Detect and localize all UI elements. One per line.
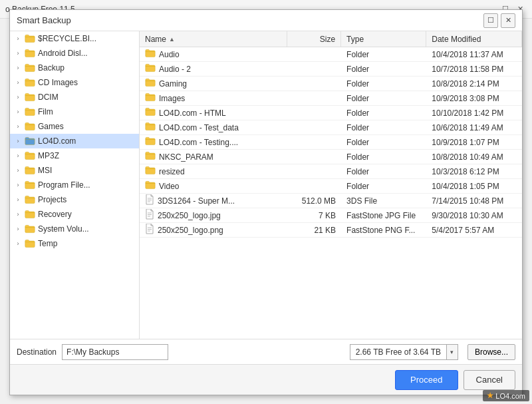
sidebar-chevron-13: › <box>14 225 22 233</box>
table-row[interactable]: GamingFolder10/8/2018 2:14 PM <box>140 77 522 91</box>
file-list: Name ▲ Size Type Date Modified <box>140 31 522 339</box>
col-header-name[interactable]: Name ▲ <box>140 31 287 47</box>
cell-size-7 <box>287 150 341 164</box>
sidebar-item-14[interactable]: › Temp <box>10 236 139 251</box>
cell-date-5: 10/6/2018 11:49 AM <box>426 120 522 134</box>
table-row[interactable]: resizedFolder10/3/2018 6:12 PM <box>140 164 522 179</box>
table-header: Name ▲ Size Type Date Modified <box>140 31 522 47</box>
cell-type-4: Folder <box>341 106 426 120</box>
cell-size-0 <box>287 47 341 61</box>
cell-name-2: Gaming <box>140 77 287 91</box>
sidebar-item-0[interactable]: › $RECYCLE.BI... <box>10 31 139 46</box>
folder-icon-13 <box>25 224 35 234</box>
table-row[interactable]: 250x250_logo.jpg7 KBFastStone JPG File9/… <box>140 208 522 223</box>
cell-date-7: 10/8/2018 10:49 AM <box>426 150 522 164</box>
cell-name-text-2: Gaming <box>159 79 187 89</box>
cell-name-6: LO4D.com - Testing.... <box>140 135 287 149</box>
sidebar-item-12[interactable]: › Recovery <box>10 207 139 222</box>
cell-size-4 <box>287 106 341 120</box>
sidebar-chevron-4: › <box>14 93 22 101</box>
sidebar-item-3[interactable]: › CD Images <box>10 75 139 90</box>
dialog-title: Smart Backup <box>17 15 71 25</box>
table-row[interactable]: LO4D.com - Testing....Folder10/9/2018 1:… <box>140 135 522 150</box>
folder-icon-4 <box>25 92 35 102</box>
dialog-restore-button[interactable]: ☐ <box>483 13 498 28</box>
folder-icon-9 <box>25 165 35 176</box>
sidebar-chevron-1: › <box>14 49 22 57</box>
cell-date-3: 10/9/2018 3:08 PM <box>426 91 522 105</box>
cell-name-7: NKSC_PARAM <box>140 150 287 164</box>
col-header-date[interactable]: Date Modified <box>426 31 522 47</box>
cell-date-6: 10/9/2018 1:07 PM <box>426 135 522 149</box>
sidebar-item-2[interactable]: › Backup <box>10 61 139 75</box>
sidebar-item-11[interactable]: › Projects <box>10 192 139 207</box>
cell-name-12: 250x250_logo.png <box>140 223 287 237</box>
cell-size-5 <box>287 120 341 134</box>
cell-date-2: 10/8/2018 2:14 PM <box>426 77 522 91</box>
table-row[interactable]: NKSC_PARAMFolder10/8/2018 10:49 AM <box>140 150 522 164</box>
cell-name-10: 3DS1264 - Super M... <box>140 194 287 208</box>
col-header-size[interactable]: Size <box>287 31 342 47</box>
cell-date-0: 10/4/2018 11:37 AM <box>426 47 522 61</box>
free-space-dropdown-button[interactable]: ▾ <box>446 344 458 360</box>
sidebar-item-4[interactable]: › DCIM <box>10 90 139 104</box>
cell-size-12: 21 KB <box>287 223 341 237</box>
folder-icon-10 <box>25 180 35 190</box>
file-row-icon <box>145 224 154 236</box>
cell-size-8 <box>287 164 341 178</box>
cell-date-9: 10/4/2018 1:05 PM <box>426 179 522 193</box>
folder-row-icon <box>145 107 156 118</box>
sidebar-item-9[interactable]: › MSI <box>10 163 139 178</box>
table-row[interactable]: Audio - 2Folder10/7/2018 11:58 PM <box>140 62 522 77</box>
cell-name-text-11: 250x250_logo.jpg <box>158 211 221 220</box>
file-row-icon <box>145 194 154 207</box>
sidebar-item-10[interactable]: › Program File... <box>10 178 139 192</box>
table-row[interactable]: 250x250_logo.png21 KBFastStone PNG F...5… <box>140 223 522 238</box>
sidebar-item-6[interactable]: › Games <box>10 119 139 134</box>
cell-name-text-7: NKSC_PARAM <box>159 152 213 162</box>
browse-button[interactable]: Browse... <box>467 344 515 360</box>
proceed-button[interactable]: Proceed <box>395 370 458 390</box>
sidebar-label-12: Recovery <box>38 210 72 219</box>
cancel-button[interactable]: Cancel <box>464 370 515 390</box>
folder-icon-11 <box>25 194 35 205</box>
sidebar-item-7[interactable]: › LO4D.com <box>10 134 139 148</box>
cell-size-11: 7 KB <box>287 208 341 222</box>
sidebar-item-13[interactable]: › System Volu... <box>10 222 139 236</box>
cell-type-5: Folder <box>341 120 426 134</box>
sidebar-label-4: DCIM <box>38 93 59 102</box>
smart-backup-dialog: Smart Backup ☐ ✕ › $RECYCLE.BI...› Andro… <box>9 9 523 395</box>
folder-sidebar: › $RECYCLE.BI...› Android Disl...› Backu… <box>10 31 140 339</box>
cell-name-1: Audio - 2 <box>140 62 287 76</box>
folder-icon-14 <box>25 238 35 249</box>
cell-type-7: Folder <box>341 150 426 164</box>
cell-size-2 <box>287 77 341 91</box>
table-row[interactable]: LO4D.com - HTMLFolder10/10/2018 1:42 PM <box>140 106 522 120</box>
sidebar-item-8[interactable]: › MP3Z <box>10 148 139 163</box>
folder-row-icon <box>145 166 156 177</box>
cell-type-1: Folder <box>341 62 426 76</box>
sidebar-label-11: Projects <box>38 195 66 204</box>
table-row[interactable]: VideoFolder10/4/2018 1:05 PM <box>140 179 522 194</box>
sidebar-item-5[interactable]: › Film <box>10 104 139 119</box>
table-row[interactable]: LO4D.com - Test_dataFolder10/6/2018 11:4… <box>140 120 522 135</box>
cell-type-11: FastStone JPG File <box>341 208 426 222</box>
cell-name-text-3: Images <box>159 94 185 103</box>
sidebar-label-8: MP3Z <box>38 151 59 160</box>
cell-name-text-10: 3DS1264 - Super M... <box>158 196 235 206</box>
cell-name-text-9: Video <box>159 182 179 191</box>
table-row[interactable]: AudioFolder10/4/2018 11:37 AM <box>140 47 522 62</box>
table-row[interactable]: ImagesFolder10/9/2018 3:08 PM <box>140 91 522 106</box>
sidebar-chevron-0: › <box>14 35 22 43</box>
dialog-close-button[interactable]: ✕ <box>501 13 515 28</box>
cell-name-text-4: LO4D.com - HTML <box>159 108 226 118</box>
destination-path-field[interactable]: F:\My Backups <box>62 344 168 360</box>
sidebar-label-3: CD Images <box>38 78 78 87</box>
table-row[interactable]: 3DS1264 - Super M...512.0 MB3DS File7/14… <box>140 194 522 208</box>
col-header-type[interactable]: Type <box>341 31 426 47</box>
cell-name-text-12: 250x250_logo.png <box>158 226 223 235</box>
sidebar-label-1: Android Disl... <box>38 49 88 58</box>
cell-name-text-6: LO4D.com - Testing.... <box>159 138 238 147</box>
sidebar-item-1[interactable]: › Android Disl... <box>10 46 139 61</box>
cell-type-6: Folder <box>341 135 426 149</box>
